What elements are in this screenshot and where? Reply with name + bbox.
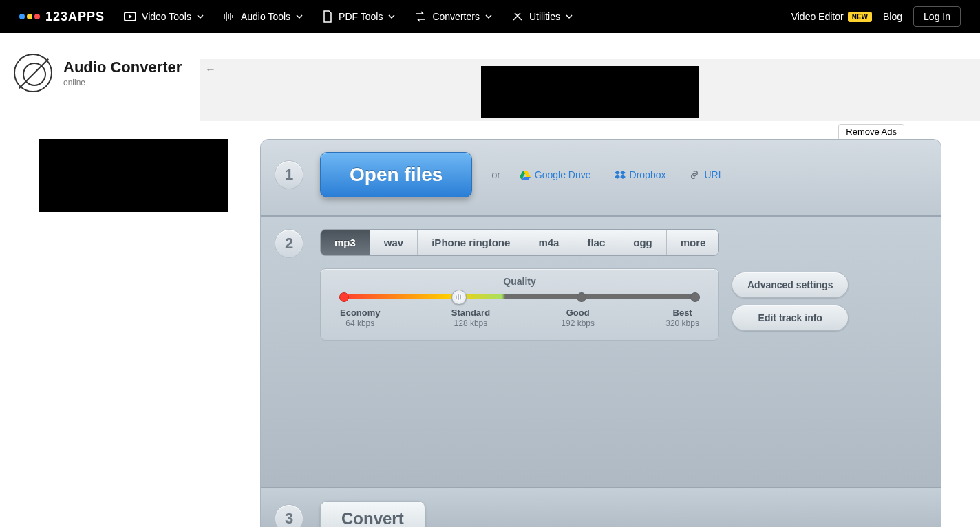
level-value: 320 kbps [665, 319, 699, 329]
level-value: 128 kbps [451, 319, 490, 329]
top-ad[interactable] [481, 66, 699, 118]
remove-ads-button[interactable]: Remove Ads [838, 124, 904, 139]
app-subtitle: online [63, 78, 182, 87]
header-row: Audio Converter online ← [0, 33, 980, 121]
step-1: 1 Open files or Google Drive Dropbox URL [261, 140, 941, 217]
level-name: Standard [451, 308, 490, 318]
convert-button[interactable]: Convert [320, 501, 425, 527]
top-ad-container: ← [200, 59, 980, 121]
brand-text: 123APPS [45, 10, 105, 24]
nav-right: Video Editor NEW Blog Log In [791, 6, 961, 27]
step-2-actions: Advanced settings Edit track info [732, 272, 849, 341]
tab-iphone-ringtone[interactable]: iPhone ringtone [418, 230, 524, 255]
dropbox-link[interactable]: Dropbox [615, 169, 666, 180]
nav-pdf-tools[interactable]: PDF Tools [322, 10, 395, 23]
nav-label: Converters [432, 11, 479, 22]
nav-converters[interactable]: Converters [414, 11, 491, 22]
level-name: Good [566, 308, 590, 318]
convert-icon [414, 11, 427, 22]
nav-audio-tools[interactable]: Audio Tools [223, 11, 303, 22]
level-name: Economy [340, 308, 381, 318]
logo-dots-icon [19, 14, 40, 19]
slider-marker-economy [339, 292, 349, 302]
quality-title: Quality [340, 276, 699, 287]
nav-blog[interactable]: Blog [883, 11, 902, 22]
side-ad[interactable] [39, 139, 228, 212]
play-icon [124, 12, 136, 21]
audio-bars-icon [223, 12, 235, 21]
tab-ogg[interactable]: ogg [619, 230, 667, 255]
step-3: 3 Convert [261, 488, 941, 527]
side-ad-container [39, 139, 246, 527]
nav-label: PDF Tools [339, 11, 383, 22]
nav-label: Audio Tools [241, 11, 290, 22]
tab-flac[interactable]: flac [573, 230, 619, 255]
nav-utilities[interactable]: Utilities [511, 11, 573, 22]
svg-marker-2 [522, 177, 531, 180]
nav-label: Video Editor [791, 11, 844, 22]
quality-label-good: Good 192 kbps [561, 308, 595, 329]
advanced-settings-button[interactable]: Advanced settings [732, 272, 849, 298]
edit-track-info-button[interactable]: Edit track info [732, 305, 849, 331]
link-label: Google Drive [535, 169, 591, 180]
main: 1 Open files or Google Drive Dropbox URL… [0, 139, 980, 527]
chevron-down-icon [296, 13, 303, 20]
slider-marker-best [690, 292, 700, 302]
step-badge-3: 3 [275, 504, 303, 527]
step-badge-2: 2 [275, 229, 303, 258]
url-link[interactable]: URL [689, 169, 723, 180]
link-label: URL [704, 169, 723, 180]
level-value: 64 kbps [340, 319, 381, 329]
format-tabs: mp3 wav iPhone ringtone m4a flac ogg mor… [320, 229, 719, 256]
quality-label-standard: Standard 128 kbps [451, 308, 490, 329]
chevron-down-icon [388, 13, 395, 20]
top-nav: 123APPS Video Tools Audio Tools PDF Tool… [0, 0, 980, 33]
converter-panel: 1 Open files or Google Drive Dropbox URL… [260, 139, 941, 527]
app-title-block: Audio Converter online [0, 33, 200, 92]
back-arrow-icon[interactable]: ← [205, 63, 216, 76]
nav-video-editor[interactable]: Video Editor NEW [791, 11, 872, 22]
tab-label: more [681, 237, 706, 248]
google-drive-link[interactable]: Google Drive [520, 169, 591, 180]
slider-marker-good [577, 292, 586, 302]
quality-label-best: Best 320 kbps [665, 308, 699, 329]
app-title: Audio Converter [63, 58, 182, 76]
new-badge: NEW [848, 12, 872, 22]
open-files-button[interactable]: Open files [320, 152, 472, 197]
link-label: Dropbox [630, 169, 666, 180]
nav-label: Blog [883, 11, 902, 22]
chevron-down-icon [485, 13, 492, 20]
tab-mp3[interactable]: mp3 [321, 230, 370, 255]
nav-label: Utilities [529, 11, 560, 22]
nav-items: Video Tools Audio Tools PDF Tools Conver… [124, 10, 791, 23]
step-2: 2 mp3 wav iPhone ringtone m4a flac ogg m… [261, 217, 941, 488]
tab-m4a[interactable]: m4a [524, 230, 573, 255]
step-2-body: mp3 wav iPhone ringtone m4a flac ogg mor… [320, 229, 719, 341]
quality-label-economy: Economy 64 kbps [340, 308, 381, 329]
tab-more[interactable]: more [667, 230, 719, 255]
quality-labels: Economy 64 kbps Standard 128 kbps Good 1… [340, 308, 699, 329]
nav-video-tools[interactable]: Video Tools [124, 11, 204, 22]
document-icon [322, 10, 333, 23]
or-text: or [491, 169, 500, 180]
tools-icon [511, 11, 524, 22]
quality-slider[interactable] [340, 294, 699, 299]
chevron-down-icon [566, 13, 573, 20]
vinyl-disc-icon [14, 54, 52, 92]
quality-block: Quality Economy 64 kbps [320, 268, 719, 341]
level-name: Best [673, 308, 692, 318]
step-badge-1: 1 [275, 160, 303, 189]
nav-label: Video Tools [142, 11, 191, 22]
google-drive-icon [520, 170, 531, 180]
login-button[interactable]: Log In [913, 6, 961, 27]
dropbox-icon [615, 170, 626, 180]
slider-handle[interactable] [451, 290, 467, 305]
level-value: 192 kbps [561, 319, 595, 329]
tab-wav[interactable]: wav [370, 230, 418, 255]
brand-logo[interactable]: 123APPS [19, 10, 105, 24]
chevron-down-icon [197, 13, 204, 20]
link-icon [689, 170, 700, 180]
